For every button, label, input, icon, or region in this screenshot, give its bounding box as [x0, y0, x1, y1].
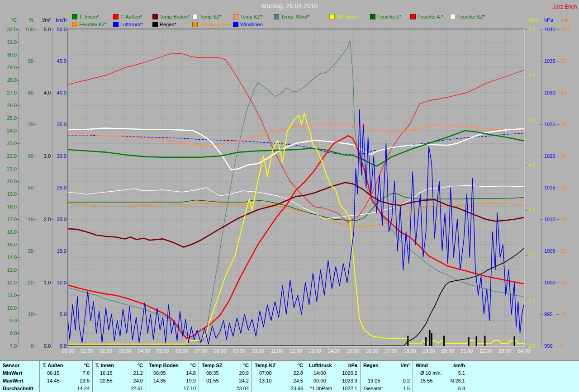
legend-item-windb-en: Windböen — [233, 21, 263, 27]
table-max-time: 13:10 — [252, 377, 272, 385]
axis-tick-sunshine-axis — [556, 124, 560, 125]
axis-label-temp-axis: 13.0 — [0, 267, 17, 273]
axis-tick-temp-axis — [16, 80, 20, 80]
axis-tick-sunshine-axis — [556, 93, 560, 93]
axis-label-rain-axis: 1.0 — [36, 280, 51, 285]
axis-label-sunshine-axis: 60 — [561, 153, 574, 159]
table-min-row: 07:0022.8 — [252, 369, 306, 377]
table-min-value: 22.8 — [294, 369, 306, 377]
x-tick-label: 03:00 — [115, 348, 135, 354]
axis-label-wind-axis: 10.0 — [50, 280, 66, 285]
axis-label-temp-axis: 30.0 — [0, 52, 17, 57]
table-min-value: 7.6 — [83, 369, 92, 377]
table-max-value: 0.2 — [403, 377, 413, 385]
table-header-row: Temp KZ°C — [252, 362, 306, 369]
table-max-row: 13:1024.5 — [252, 377, 306, 385]
legend-label: UV Index — [337, 14, 357, 19]
axis-tick-pressure-axis — [540, 61, 543, 61]
axis-label-sunshine-axis: 70 — [561, 122, 574, 127]
axis-label-humidity-axis: 40 — [19, 217, 33, 222]
axis-tick-temp-axis — [16, 308, 20, 308]
axis-label-temp-axis: 16.0 — [0, 229, 17, 235]
axis-header-pressure-axis: hPa — [544, 17, 560, 23]
axis-label-wind-axis: 25.0 — [50, 185, 66, 190]
axis-label-wind-axis: 20.0 — [50, 217, 66, 222]
axis-label-temp-axis: 28.0 — [0, 77, 17, 83]
legend-item-temp-wind: Temp. Wind* — [274, 14, 309, 19]
legend-item-t-au-en: T. Außen* — [113, 14, 142, 19]
legend-swatch-temp-sz — [192, 14, 198, 19]
legend-label: Temp Boden* — [160, 14, 190, 19]
axis-tick-pressure-axis — [540, 188, 543, 188]
axis-label-wind-axis: 35.0 — [50, 122, 66, 127]
table-avg-time: ^1.0hPa/h — [306, 385, 332, 392]
axis-label-temp-axis: 8.0 — [0, 331, 17, 336]
axis-label-wind-axis: 50.0 — [50, 27, 66, 32]
legend-item-sonnenschein: Sonnenschein — [192, 21, 231, 27]
table-row-label: MinWert — [0, 369, 39, 377]
axis-label-rain-axis: 4.0 — [36, 90, 51, 95]
axis-label-rain-axis: 5.0 — [36, 27, 51, 32]
axis-label-temp-axis: 26.0 — [0, 103, 17, 108]
legend-label: Feuchte I.* — [377, 14, 401, 19]
x-tick-label: 18:00 — [400, 348, 420, 354]
axis-label-humidity-axis: 100 — [19, 27, 33, 32]
axis-tick-temp-axis — [16, 67, 20, 68]
table-column-regen: Regenl/m²19:050.2Gesamt:1.5 — [361, 361, 413, 392]
table-avg-value: 22.51 — [130, 385, 146, 392]
legend-item-feuchte-sz: Feuchte SZ* — [450, 14, 485, 19]
x-tick-label: 01:00 — [77, 348, 97, 354]
table-sensor-name: Luftdruck — [306, 362, 332, 369]
table-max-value: 24.0 — [133, 377, 146, 385]
axis-tick-temp-axis — [16, 207, 20, 207]
table-avg-value: 23.04 — [236, 385, 252, 392]
table-row-label: Sensor — [0, 362, 39, 369]
table-column-wind: Windkm/hØ 10 min.5.115:55N 26.16.8 — [413, 361, 468, 392]
axis-label-uv-axis: 2.0 — [528, 253, 542, 258]
axis-tick-temp-axis — [16, 270, 20, 270]
table-avg-row: 23.04 — [199, 385, 252, 392]
axis-tick-temp-axis — [16, 131, 20, 131]
legend-item-feuchte-kz: Feuchte KZ* — [72, 21, 107, 27]
x-tick-label: 21:00 — [457, 348, 477, 354]
legend-label: T. Außen* — [120, 14, 142, 19]
legend-swatch-regen — [152, 22, 158, 27]
table-column-temp-kz: Temp KZ°C07:0022.813:1024.523.66 — [252, 361, 306, 392]
axis-label-temp-axis: 23.0 — [0, 141, 17, 146]
legend-label: Feuchte SZ* — [457, 14, 485, 19]
table-max-time: 00:00 — [306, 377, 326, 385]
axis-tick-sunshine-axis — [556, 251, 560, 251]
axis-tick-temp-axis — [16, 105, 20, 106]
table-avg-time — [93, 385, 96, 392]
table-sensor-unit: km/h — [453, 362, 468, 369]
page-title: Montag, 26.04.2010 — [0, 2, 579, 9]
axis-label-humidity-axis: 30 — [19, 248, 33, 254]
table-max-row: 14:4523.6 — [40, 377, 92, 385]
table-avg-time — [199, 385, 203, 392]
axis-label-wind-axis: 30.0 — [50, 153, 66, 159]
table-sensor-name: Temp KZ — [252, 362, 275, 369]
axis-label-temp-axis: 25.0 — [0, 115, 17, 121]
legend-swatch-feuchte-sz — [450, 14, 456, 19]
axis-label-humidity-axis: 50 — [19, 185, 33, 190]
table-min-row: 16:1521.2 — [93, 369, 146, 377]
legend-item-temp-sz: Temp SZ* — [192, 14, 221, 19]
legend-label: Temp SZ* — [199, 14, 221, 19]
axis-header-wind-axis: km/h — [50, 17, 66, 23]
legend-swatch-luftdruck — [113, 22, 119, 27]
table-min-value: 20.9 — [239, 369, 252, 377]
table-avg-value: 17.10 — [183, 385, 199, 392]
axis-header-rain-axis: l/m² — [36, 17, 51, 23]
axis-tick-temp-axis — [16, 295, 20, 296]
axis-label-temp-axis: 20.0 — [0, 179, 17, 184]
axis-label-temp-axis: 12.0 — [0, 280, 17, 285]
table-min-time: 06:15 — [40, 369, 60, 377]
table-header-row: Temp SZ°C — [199, 362, 252, 369]
table-avg-row: 22.51 — [93, 385, 146, 392]
table-avg-time — [40, 385, 43, 392]
table-min-row: 14:001020.2 — [306, 369, 360, 377]
table-avg-value: 1022.1 — [342, 385, 360, 392]
x-tick-label: 09:00 — [229, 348, 249, 354]
axis-tick-temp-axis — [16, 169, 20, 169]
table-min-time: 08:35 — [199, 369, 219, 377]
